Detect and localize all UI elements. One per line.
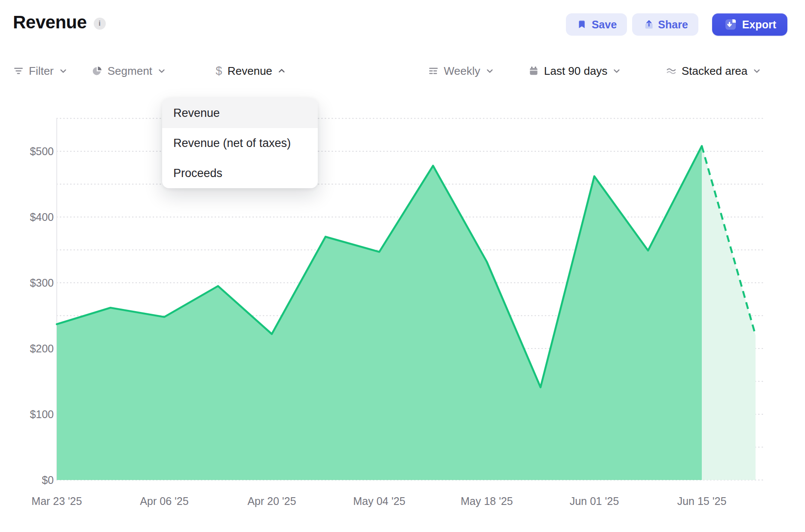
x-tick-label: Jun 15 '25 bbox=[661, 494, 743, 508]
x-tick-label: May 18 '25 bbox=[446, 494, 528, 508]
y-tick-label: $500 bbox=[9, 144, 54, 158]
revenue-area-chart[interactable] bbox=[0, 0, 805, 532]
metric-dropdown-menu: Revenue Revenue (net of taxes) Proceeds bbox=[162, 98, 318, 188]
y-tick-label: $200 bbox=[9, 342, 54, 355]
revenue-area[interactable] bbox=[57, 146, 702, 480]
y-tick-label: $100 bbox=[9, 407, 54, 421]
y-tick-label: $0 bbox=[9, 473, 54, 487]
x-tick-label: Jun 01 '25 bbox=[553, 494, 635, 508]
x-tick-label: Mar 23 '25 bbox=[16, 494, 98, 508]
menu-item-revenue-net-of-taxes[interactable]: Revenue (net of taxes) bbox=[162, 128, 318, 158]
menu-item-revenue[interactable]: Revenue bbox=[162, 98, 318, 128]
x-tick-label: May 04 '25 bbox=[338, 494, 420, 508]
revenue-dashboard: Revenue i Save Share bbox=[0, 0, 805, 532]
forecast-area[interactable] bbox=[702, 146, 756, 480]
x-tick-label: Apr 06 '25 bbox=[123, 494, 205, 508]
menu-item-proceeds[interactable]: Proceeds bbox=[162, 158, 318, 188]
y-tick-label: $300 bbox=[9, 276, 54, 290]
y-tick-label: $400 bbox=[9, 210, 54, 224]
x-tick-label: Apr 20 '25 bbox=[231, 494, 313, 508]
